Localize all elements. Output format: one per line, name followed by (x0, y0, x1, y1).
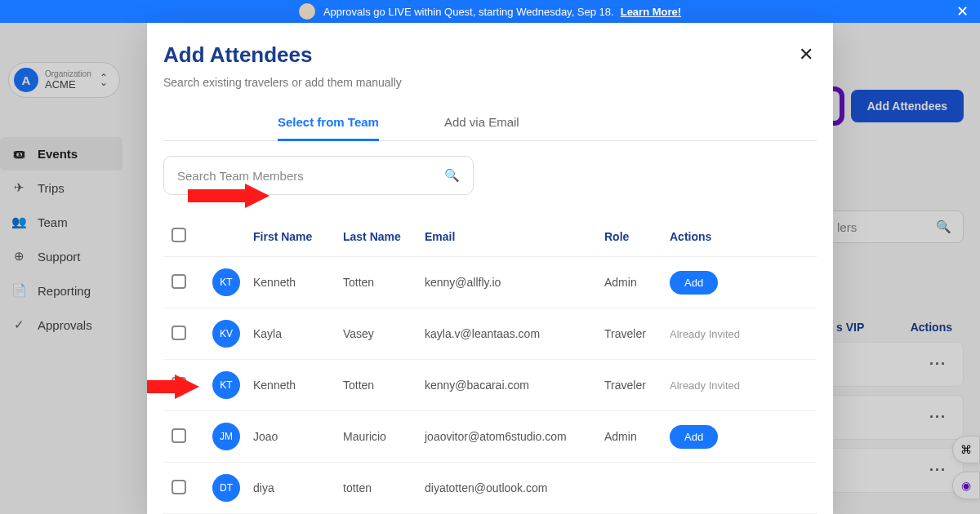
add-attendees-modal: ✕ Add Attendees Search existing traveler… (147, 23, 833, 514)
table-row: DTdiyatottendiyatotten@outlook.com (163, 463, 817, 514)
events-icon: 🎟 (11, 147, 26, 161)
banner-avatar (299, 3, 315, 20)
organization-selector[interactable]: A Organization ACME ⌃⌄ (8, 62, 120, 98)
modal-title: Add Attendees (163, 42, 817, 68)
cell-role: Admin (604, 430, 670, 443)
sidebar-item-events[interactable]: 🎟Events (0, 137, 122, 171)
cell-email: diyatotten@outlook.com (425, 481, 604, 494)
user-avatar: KV (212, 320, 240, 348)
header-email: Email (425, 230, 604, 243)
help-widget-icon[interactable]: ◉ (952, 472, 980, 499)
reporting-icon: 📄 (11, 283, 26, 298)
chevron-updown-icon: ⌃⌄ (100, 75, 108, 85)
table-row: KTKennethTottenkenny@allfly.ioAdminAdd (163, 257, 817, 308)
announcement-banner: Approvals go LIVE within Quest, starting… (0, 0, 980, 23)
floating-buttons: ⌘ ◉ (952, 436, 980, 499)
header-first-name: First Name (253, 230, 343, 243)
cell-last-name: Mauricio (343, 430, 425, 443)
table-row: KVKaylaVaseykayla.v@leantaas.comTraveler… (163, 308, 817, 360)
already-invited-label: Already Invited (670, 379, 740, 392)
cell-email: joaovitor@atom6studio.com (425, 430, 604, 443)
sidebar-nav: 🎟Events✈Trips👥Team⊕Support📄Reporting✓App… (0, 137, 122, 342)
banner-close-icon[interactable]: ✕ (956, 2, 969, 20)
cell-last-name: totten (343, 481, 425, 494)
command-icon[interactable]: ⌘ (952, 436, 980, 463)
cell-role: Traveler (604, 379, 670, 392)
cell-last-name: Vasey (343, 327, 425, 340)
team-icon: 👥 (11, 215, 26, 229)
bg-row-actions[interactable]: ··· (825, 342, 964, 387)
support-icon: ⊕ (11, 249, 26, 264)
cell-first-name: Kenneth (253, 379, 343, 392)
bg-header-actions: Actions (911, 321, 952, 334)
cell-last-name: Totten (343, 379, 425, 392)
user-avatar: JM (212, 423, 240, 450)
row-checkbox[interactable] (172, 480, 186, 494)
cell-first-name: Joao (253, 430, 343, 443)
user-avatar: DT (212, 474, 240, 502)
user-avatar: KT (212, 371, 240, 399)
sidebar-item-team[interactable]: 👥Team (0, 205, 122, 239)
cell-email: kenny@bacarai.com (425, 379, 604, 392)
modal-subtitle: Search existing travelers or add them ma… (163, 76, 817, 89)
sidebar-item-label: Approvals (38, 318, 92, 332)
already-invited-label: Already Invited (670, 328, 740, 340)
sidebar-item-trips[interactable]: ✈Trips (0, 171, 122, 205)
cell-first-name: diya (253, 481, 343, 494)
sidebar-item-support[interactable]: ⊕Support (0, 239, 122, 273)
table-row: KTKennethTottenkenny@bacarai.comTraveler… (163, 360, 817, 411)
row-checkbox[interactable] (172, 274, 186, 289)
banner-text: Approvals go LIVE within Quest, starting… (323, 6, 614, 18)
row-checkbox[interactable] (172, 428, 186, 443)
header-role: Role (604, 230, 670, 243)
sidebar-item-label: Support (38, 250, 81, 264)
table-header: First Name Last Name Email Role Actions (163, 228, 817, 257)
bg-row-actions[interactable]: ··· (825, 448, 964, 493)
cell-first-name: Kenneth (253, 276, 343, 289)
search-icon: 🔍 (444, 168, 460, 183)
cell-email: kayla.v@leantaas.com (425, 327, 604, 340)
add-button[interactable]: Add (670, 271, 718, 295)
sidebar-item-label: Reporting (38, 284, 91, 298)
sidebar-item-reporting[interactable]: 📄Reporting (0, 273, 122, 308)
header-actions: Actions (670, 230, 776, 243)
org-avatar: A (14, 68, 38, 92)
bg-header-vip: s VIP (836, 321, 864, 334)
add-attendees-button[interactable]: Add Attendees (851, 90, 964, 122)
cell-last-name: Totten (343, 276, 425, 289)
trips-icon: ✈ (11, 180, 26, 195)
search-placeholder-partial: lers (837, 220, 857, 234)
banner-learn-more-link[interactable]: Learn More! (621, 6, 681, 18)
sidebar-item-label: Trips (38, 181, 65, 195)
sidebar-item-label: Team (38, 215, 68, 229)
cell-role: Admin (604, 276, 670, 289)
cell-role: Traveler (604, 327, 670, 340)
search-placeholder: Search Team Members (177, 169, 304, 183)
header-last-name: Last Name (343, 230, 425, 243)
team-members-table: First Name Last Name Email Role Actions … (163, 228, 817, 514)
sidebar-item-approvals[interactable]: ✓Approvals (0, 308, 122, 342)
annotation-arrow (188, 184, 270, 208)
close-icon[interactable]: ✕ (799, 44, 813, 65)
background-table-partial: s VIP Actions ··· ··· ··· (825, 312, 964, 501)
org-name: ACME (45, 78, 91, 91)
tab-add-via-email[interactable]: Add via Email (444, 105, 519, 140)
approvals-icon: ✓ (11, 317, 26, 332)
cell-first-name: Kayla (253, 327, 343, 340)
search-icon: 🔍 (936, 219, 951, 234)
page-background: A Organization ACME ⌃⌄ 🎟Events✈Trips👥Tea… (0, 23, 980, 514)
sidebar-item-label: Events (38, 147, 78, 161)
select-all-checkbox[interactable] (172, 228, 186, 242)
search-travelers-input[interactable]: lers 🔍 (825, 210, 964, 243)
table-row: JMJoaoMauriciojoaovitor@atom6studio.comA… (163, 411, 817, 463)
cell-email: kenny@allfly.io (425, 276, 604, 289)
tab-select-from-team[interactable]: Select from Team (278, 105, 379, 141)
row-checkbox[interactable] (172, 326, 186, 340)
user-avatar: KT (212, 268, 240, 296)
annotation-arrow (147, 374, 199, 399)
org-label: Organization (45, 69, 91, 78)
bg-row-actions[interactable]: ··· (825, 395, 964, 440)
add-button[interactable]: Add (670, 425, 718, 449)
